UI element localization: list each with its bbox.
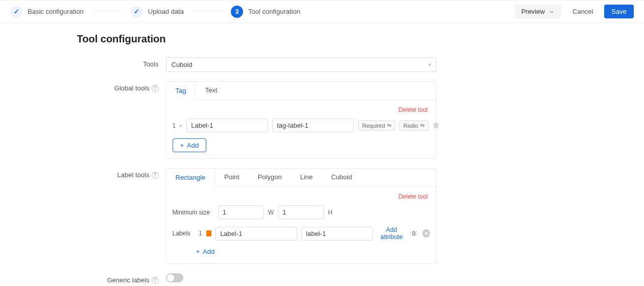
- row-generic-labels: Generic labels ?: [77, 273, 567, 284]
- add-label-row: + Add: [196, 246, 430, 257]
- add-tag-button[interactable]: + Add: [173, 138, 207, 152]
- step-connector: [192, 11, 223, 12]
- generic-labels-text: Generic labels: [107, 276, 149, 284]
- labels-label: Labels: [173, 230, 190, 237]
- generic-labels-toggle[interactable]: [166, 273, 183, 282]
- add-label-label: Add: [203, 248, 214, 255]
- plus-icon: +: [180, 141, 184, 149]
- tools-label: Tools: [77, 57, 166, 68]
- tab-rectangle[interactable]: Rectangle: [166, 169, 216, 187]
- add-attribute-label: Add attribute: [377, 226, 406, 241]
- tab-text[interactable]: Text: [196, 82, 226, 100]
- tab-cuboid[interactable]: Cuboid: [322, 169, 361, 186]
- tools-control: Cuboid ▾: [166, 57, 567, 72]
- labels-row: Labels 1 Add attribute 0 ✕: [173, 226, 430, 241]
- step-bar: ✓ Basic configuration ✓ Upload data 3 To…: [0, 0, 644, 23]
- swap-icon: ⇆: [420, 123, 424, 128]
- step-tool[interactable]: 3 Tool configuration: [231, 6, 300, 18]
- step-actions: Preview → Cancel Save: [514, 5, 634, 18]
- swap-icon: ⇆: [387, 123, 391, 128]
- tab-point[interactable]: Point: [215, 169, 249, 186]
- min-height-unit: H: [328, 209, 332, 216]
- min-width-unit: W: [268, 209, 274, 216]
- global-body: Delete tool 1 ▸ Required ⇆ Radio ⇆: [166, 100, 436, 158]
- generic-labels-label: Generic labels ?: [77, 273, 166, 284]
- tab-tag[interactable]: Tag: [166, 82, 196, 100]
- step-basic[interactable]: ✓ Basic configuration: [10, 6, 84, 18]
- min-size-label: Minimum size: [173, 209, 210, 216]
- row-global: Global tools ? Tag Text Delete tool 1 ▸: [77, 81, 567, 159]
- help-icon[interactable]: ?: [152, 277, 159, 284]
- check-icon: ✓: [131, 6, 143, 18]
- global-panel: Tag Text Delete tool 1 ▸ Required ⇆: [166, 81, 437, 159]
- generic-labels-control: [166, 273, 567, 282]
- color-swatch[interactable]: [206, 230, 212, 236]
- tab-polygon[interactable]: Polygon: [249, 169, 291, 186]
- label-panel: Rectangle Point Polygon Line Cuboid Dele…: [166, 168, 437, 264]
- label-tools-label-text: Label tools: [117, 171, 150, 179]
- add-label-button[interactable]: + Add: [196, 246, 215, 257]
- global-tabs: Tag Text: [166, 82, 436, 100]
- label-tools-label: Label tools ?: [77, 168, 166, 179]
- page-title: Tool configuration: [77, 33, 567, 45]
- label-body: Delete tool Minimum size W H Labels 1: [166, 187, 436, 264]
- trash-icon[interactable]: 🗑: [433, 122, 439, 129]
- tag-name-input[interactable]: [186, 118, 268, 132]
- cancel-button[interactable]: Cancel: [565, 5, 600, 18]
- steps-container: ✓ Basic configuration ✓ Upload data 3 To…: [10, 6, 300, 18]
- step-tool-label: Tool configuration: [248, 8, 300, 15]
- global-label-text: Global tools: [114, 84, 150, 92]
- radio-chip[interactable]: Radio ⇆: [399, 121, 428, 131]
- step-upload[interactable]: ✓ Upload data: [131, 6, 184, 18]
- help-icon[interactable]: ?: [152, 172, 159, 179]
- chevron-down-icon: ▾: [428, 62, 431, 67]
- tab-line[interactable]: Line: [291, 169, 322, 186]
- caret-right-icon[interactable]: ▸: [180, 123, 182, 128]
- delete-label-tool[interactable]: Delete tool: [173, 193, 430, 200]
- help-icon[interactable]: ?: [152, 85, 159, 92]
- radio-chip-label: Radio: [403, 123, 418, 129]
- attr-count-badge: 0: [409, 230, 418, 236]
- main-content: Tool configuration Tools Cuboid ▾ Global…: [67, 33, 578, 286]
- global-tag-row: 1 ▸ Required ⇆ Radio ⇆ 🗑: [173, 118, 430, 132]
- tools-select[interactable]: Cuboid ▾: [166, 57, 437, 72]
- min-height-input[interactable]: [278, 205, 324, 219]
- delete-global-tool[interactable]: Delete tool: [173, 106, 430, 113]
- remove-label-icon[interactable]: ✕: [422, 229, 430, 237]
- label-tools-control: Rectangle Point Polygon Line Cuboid Dele…: [166, 168, 567, 264]
- tag-key-input[interactable]: [272, 118, 354, 132]
- min-size-row: Minimum size W H: [173, 205, 430, 219]
- global-label: Global tools ?: [77, 81, 166, 92]
- arrow-right-icon: →: [548, 8, 554, 15]
- tools-label-text: Tools: [143, 60, 158, 68]
- check-icon: ✓: [10, 6, 22, 18]
- min-width-input[interactable]: [218, 205, 264, 219]
- preview-button-label: Preview: [521, 8, 545, 15]
- required-chip-label: Required: [362, 123, 385, 129]
- save-button[interactable]: Save: [604, 5, 634, 18]
- step-connector: [92, 11, 123, 12]
- required-chip[interactable]: Required ⇆: [358, 121, 395, 131]
- tools-select-value: Cuboid: [172, 61, 193, 68]
- label-tabs: Rectangle Point Polygon Line Cuboid: [166, 169, 436, 187]
- row-label-tools: Label tools ? Rectangle Point Polygon Li…: [77, 168, 567, 264]
- row-tools: Tools Cuboid ▾: [77, 57, 567, 72]
- label-row-index: 1: [199, 230, 202, 237]
- plus-icon: +: [196, 248, 200, 255]
- add-attribute-button[interactable]: Add attribute 0: [377, 226, 418, 241]
- label-name-input[interactable]: [216, 227, 297, 241]
- global-control: Tag Text Delete tool 1 ▸ Required ⇆: [166, 81, 567, 159]
- label-key-input[interactable]: [301, 227, 373, 241]
- step-upload-label: Upload data: [148, 8, 184, 15]
- tag-row-index: 1: [173, 122, 176, 129]
- preview-button[interactable]: Preview →: [514, 5, 561, 18]
- step-current-badge: 3: [231, 6, 243, 18]
- step-basic-label: Basic configuration: [28, 8, 84, 15]
- add-tag-label: Add: [187, 141, 199, 149]
